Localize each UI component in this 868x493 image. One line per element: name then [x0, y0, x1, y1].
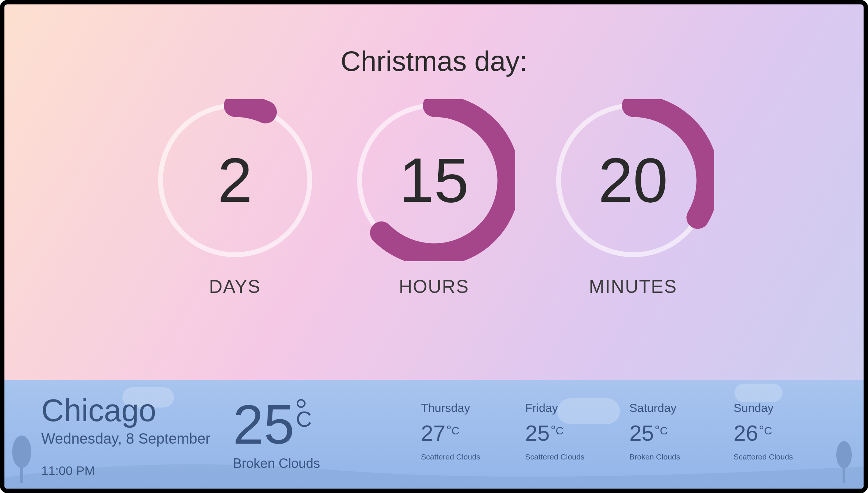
days-value: 2	[154, 99, 316, 261]
weather-current: 25 C Broken Clouds	[233, 395, 410, 471]
current-temperature: 25	[233, 397, 294, 452]
minutes-label: MINUTES	[589, 276, 677, 297]
countdown-minutes: 20 MINUTES	[552, 99, 714, 297]
hours-ring: 15	[353, 99, 515, 261]
degree-icon	[655, 426, 659, 429]
tree-icon	[12, 435, 32, 483]
forecast-condition: Broken Clouds	[630, 452, 723, 461]
weather-date: Wednesday, 8 September	[41, 430, 233, 447]
forecast-condition: Scattered Clouds	[525, 452, 618, 461]
weather-location: Chicago Wednesday, 8 September 11:00 PM	[41, 395, 233, 478]
temperature-unit: C	[296, 399, 312, 429]
forecast-day-2: Saturday 25 C Broken Clouds	[630, 401, 723, 461]
countdown-rings: 2 DAYS 15 HOURS	[154, 99, 714, 297]
forecast-day-3: Sunday 26 C Scattered Clouds	[733, 401, 827, 461]
forecast-day-0: Thursday 27 C Scattered Clouds	[421, 401, 514, 461]
temperature-unit: C	[551, 424, 564, 437]
temperature-unit: C	[760, 424, 772, 437]
minutes-value: 20	[552, 99, 714, 261]
svg-rect-7	[20, 465, 23, 483]
forecast-temperature: 27	[421, 422, 446, 444]
current-condition: Broken Clouds	[233, 456, 410, 471]
temperature-unit: C	[447, 424, 460, 437]
forecast-day-1: Friday 25 C Scattered Clouds	[525, 401, 618, 461]
svg-point-8	[836, 441, 852, 468]
forecast-day-name: Thursday	[421, 401, 514, 415]
countdown-title: Christmas day:	[341, 45, 527, 77]
svg-point-6	[12, 436, 31, 468]
temperature-unit: C	[655, 424, 668, 437]
tree-icon	[836, 441, 853, 483]
countdown-panel: Christmas day: 2 DAYS	[4, 4, 864, 380]
degree-icon	[551, 426, 555, 429]
countdown-days: 2 DAYS	[154, 99, 316, 297]
forecast-day-name: Friday	[525, 401, 618, 415]
hours-value: 15	[353, 99, 515, 261]
forecast-row: Thursday 27 C Scattered Clouds Friday 25	[410, 395, 827, 461]
forecast-day-name: Sunday	[733, 401, 827, 415]
svg-rect-9	[843, 466, 845, 483]
days-label: DAYS	[209, 276, 261, 297]
forecast-condition: Scattered Clouds	[733, 452, 827, 461]
dashboard-frame: Christmas day: 2 DAYS	[0, 0, 868, 493]
forecast-day-name: Saturday	[630, 401, 723, 415]
minutes-ring: 20	[552, 99, 714, 261]
hours-label: HOURS	[399, 276, 469, 297]
days-ring: 2	[154, 99, 316, 261]
forecast-temperature: 25	[630, 422, 654, 444]
degree-icon	[760, 426, 763, 429]
forecast-temperature: 26	[733, 422, 758, 444]
countdown-hours: 15 HOURS	[353, 99, 515, 297]
forecast-temperature: 25	[525, 422, 550, 444]
forecast-condition: Scattered Clouds	[421, 452, 514, 461]
degree-icon	[447, 426, 451, 429]
weather-city: Chicago	[41, 395, 233, 426]
weather-panel: Chicago Wednesday, 8 September 11:00 PM …	[4, 380, 864, 489]
weather-time: 11:00 PM	[41, 464, 233, 478]
